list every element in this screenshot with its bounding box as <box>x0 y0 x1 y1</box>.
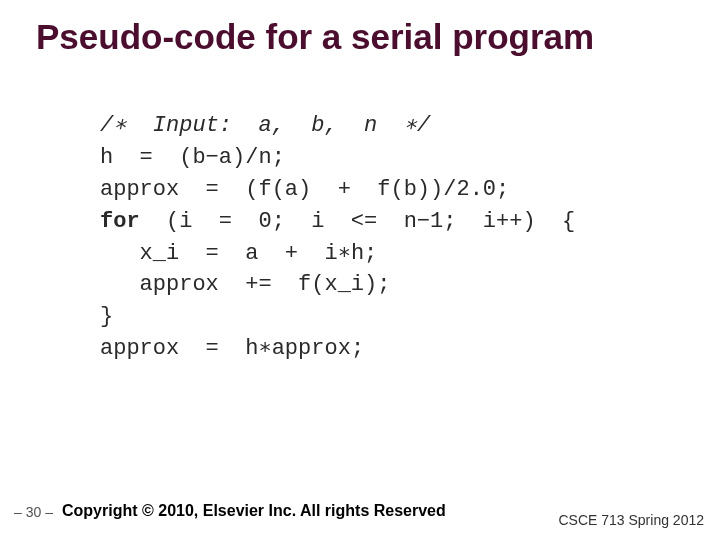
slide-title: Pseudo-code for a serial program <box>36 18 700 57</box>
page-number: – 30 – <box>14 504 53 520</box>
code-line: approx = (f(a) + f(b))/2.0; <box>100 177 509 202</box>
course-label: CSCE 713 Spring 2012 <box>558 512 704 528</box>
code-keyword-for: for <box>100 209 140 234</box>
code-line: x_i = a + i∗h; <box>100 241 377 266</box>
code-line: approx = h∗approx; <box>100 336 364 361</box>
code-line: (i = 0; i <= n−1; i++) { <box>140 209 576 234</box>
copyright-text: Copyright © 2010, Elsevier Inc. All righ… <box>62 502 446 520</box>
code-line: approx += f(x_i); <box>100 272 390 297</box>
code-line: h = (b−a)/n; <box>100 145 285 170</box>
slide: Pseudo-code for a serial program /∗ Inpu… <box>0 0 720 540</box>
code-comment: /∗ Input: a, b, n ∗/ <box>100 113 430 138</box>
pseudocode-block: /∗ Input: a, b, n ∗/ h = (b−a)/n; approx… <box>100 110 575 365</box>
code-line: } <box>100 304 113 329</box>
